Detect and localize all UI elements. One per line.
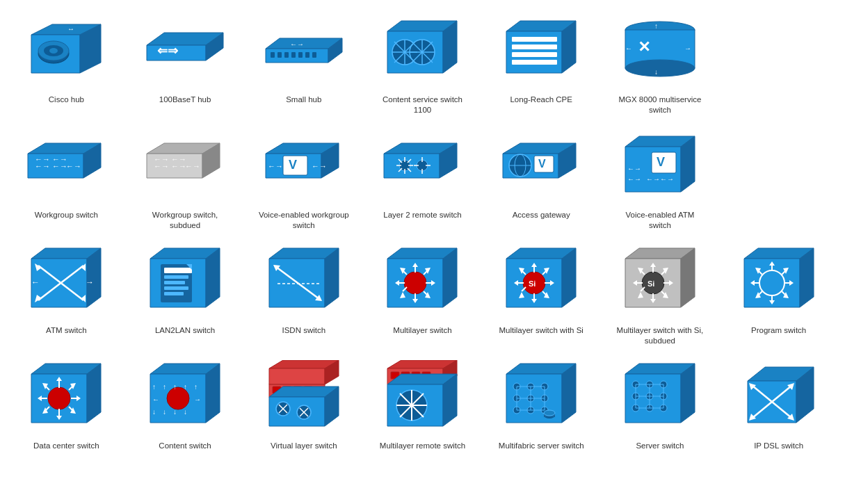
icon-multifabric-server-switch	[496, 360, 586, 437]
svg-text:←: ←	[152, 396, 159, 403]
svg-text:←→: ←→	[66, 162, 81, 170]
svg-rect-22	[312, 52, 316, 58]
icon-item-multilayer-switch-si: Si Multilayer switch with Si	[485, 245, 597, 346]
svg-marker-288	[562, 364, 576, 423]
svg-text:V: V	[657, 155, 665, 169]
svg-text:↑: ↑	[184, 383, 187, 391]
icon-item-content-switch: ↑ ↑ ↑ ↑ ↑ ↓ ↓ ↓ ↓ ← → Content switch	[129, 360, 241, 451]
icon-item-atm-switch: ← → ATM switch	[10, 245, 122, 346]
svg-text:←: ←	[625, 44, 632, 52]
svg-text:↑: ↑	[194, 383, 198, 391]
icon-item-multilayer-switch: Multilayer switch	[367, 245, 478, 346]
svg-marker-14	[266, 49, 328, 63]
icon-workgroup-switch: ←→ ←→ ←→ ←→ ←→	[21, 129, 111, 206]
svg-rect-40	[512, 37, 557, 42]
label-access-gateway: Access gateway	[513, 210, 570, 220]
label-multilayer-switch-si-subdued: Multilayer switch with Si, subdued	[615, 325, 705, 346]
icon-item-multilayer-remote-switch: Multilayer remote switch	[367, 360, 478, 451]
icon-item-workgroup-switch-subdued: ←→ ←→ ←→ ←→ ←→ Workgroup switch, subdued	[129, 129, 241, 231]
icon-atm-switch: ← →	[21, 245, 111, 321]
svg-marker-201	[800, 248, 814, 307]
svg-text:←→: ←→	[268, 162, 283, 170]
svg-text:←: ←	[31, 277, 40, 287]
icon-item-data-center-switch: Data center switch	[10, 360, 122, 451]
svg-rect-42	[512, 52, 557, 57]
label-lan2lan-switch: LAN2LAN switch	[155, 325, 215, 336]
icon-100baset-hub: ⇒ ⇐	[140, 14, 230, 90]
label-content-switch: Content switch	[159, 441, 211, 451]
svg-point-306	[544, 410, 555, 416]
svg-text:↓: ↓	[173, 408, 177, 416]
icon-item-program-switch: Program switch	[723, 245, 835, 346]
svg-text:⇒: ⇒	[168, 44, 178, 58]
label-small-hub: Small hub	[286, 95, 321, 105]
svg-text:←→: ←→	[660, 175, 674, 183]
svg-text:→: →	[194, 396, 201, 403]
svg-text:←→: ←→	[646, 175, 660, 183]
svg-marker-221	[87, 364, 101, 423]
label-multilayer-remote-switch: Multilayer remote switch	[380, 441, 465, 451]
label-virtual-layer-switch: Virtual layer switch	[271, 441, 337, 451]
label-long-reach-cpe: Long-Reach CPE	[510, 95, 572, 105]
svg-text:→: →	[684, 44, 691, 52]
svg-rect-41	[512, 44, 557, 49]
label-workgroup-switch: Workgroup switch	[35, 210, 98, 220]
svg-text:↓: ↓	[152, 408, 156, 416]
label-atm-switch: ATM switch	[46, 325, 87, 336]
svg-marker-241	[206, 364, 220, 423]
svg-text:↓: ↓	[654, 68, 658, 76]
svg-rect-19	[291, 52, 296, 58]
svg-text:←→: ←→	[312, 162, 327, 170]
icon-item-virtual-layer-switch: Virtual layer switch	[248, 360, 360, 451]
label-multilayer-switch-si: Multilayer switch with Si	[499, 325, 583, 336]
icon-item-content-service-switch-1100: Content service switch 1100	[367, 14, 478, 115]
svg-text:↑: ↑	[654, 22, 658, 30]
icon-server-switch	[615, 360, 705, 437]
icon-multilayer-switch	[377, 245, 467, 321]
svg-text:⇐: ⇐	[157, 44, 168, 58]
svg-marker-122	[206, 248, 220, 307]
icon-multilayer-switch-si-subdued: Si	[615, 245, 705, 321]
icon-item-100baset-hub: ⇒ ⇐ 100BaseT hub	[129, 14, 241, 115]
svg-rect-16	[271, 52, 275, 58]
svg-text:←→: ←→	[154, 155, 169, 163]
icon-item-workgroup-switch: ←→ ←→ ←→ ←→ ←→ Workgroup switch	[10, 129, 122, 231]
icon-long-reach-cpe	[496, 14, 586, 90]
svg-rect-17	[277, 52, 282, 58]
icon-layer2-remote-switch	[377, 129, 467, 206]
svg-text:↓: ↓	[184, 408, 187, 416]
svg-text:←→: ←→	[35, 155, 50, 163]
svg-text:↔: ↔	[67, 25, 74, 33]
icon-grid: ↔ Cisco hub ⇒ ⇐ 100BaseT hub ←→ Small hu…	[0, 0, 845, 465]
svg-rect-20	[298, 52, 303, 58]
svg-text:←→: ←→	[627, 165, 641, 172]
svg-marker-255	[269, 368, 325, 384]
label-voice-enabled-atm-switch: Voice-enabled ATM switch	[615, 210, 705, 231]
svg-text:↓: ↓	[163, 408, 166, 416]
label-mgx-8000: MGX 8000 multiservice switch	[615, 95, 705, 115]
icon-item-small-hub: ←→ Small hub	[248, 14, 360, 115]
label-100baset-hub: 100BaseT hub	[159, 95, 211, 105]
icon-item-voice-enabled-atm-switch: V ←→ ←→ ←→ ←→ Voice-enabled ATM switch	[604, 129, 716, 231]
label-ip-dsl-switch: IP DSL switch	[754, 441, 803, 451]
svg-marker-132	[325, 248, 339, 307]
icon-multilayer-remote-switch	[377, 360, 467, 437]
label-cisco-hub: Cisco hub	[49, 95, 84, 105]
label-multifabric-server-switch: Multifabric server switch	[499, 441, 584, 451]
svg-marker-180	[681, 248, 695, 307]
icon-isdn-switch	[259, 245, 349, 321]
svg-text:←→: ←→	[627, 175, 641, 183]
svg-rect-128	[164, 292, 184, 295]
icon-item-multifabric-server-switch: Multifabric server switch	[485, 360, 597, 451]
svg-text:✕: ✕	[638, 38, 650, 56]
svg-text:←→: ←→	[290, 40, 304, 48]
svg-text:V: V	[289, 158, 297, 172]
icon-voice-enabled-workgroup-switch: V ←→ ←→	[259, 129, 349, 206]
label-voice-enabled-workgroup-switch: Voice-enabled workgroup switch	[259, 210, 349, 231]
icon-item-mgx-8000: ✕ ← → ↑ ↓ MGX 8000 multiservice switch	[604, 14, 716, 115]
label-content-service-switch-1100: Content service switch 1100	[377, 95, 467, 115]
icon-cisco-hub: ↔	[21, 14, 111, 90]
svg-text:↑: ↑	[152, 383, 156, 391]
label-data-center-switch: Data center switch	[33, 441, 99, 451]
spacer-item	[723, 129, 835, 231]
